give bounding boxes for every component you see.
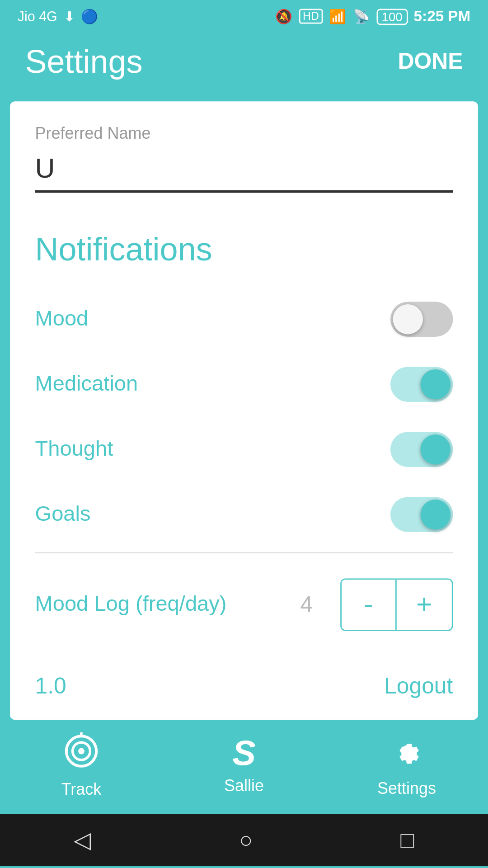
main-card: Preferred Name Notifications Mood Medica… bbox=[10, 101, 478, 720]
status-bar: Jio 4G ⬇ 🔵 🔕 HD 📶 📡 100 5:25 PM bbox=[0, 0, 488, 30]
thought-toggle-row: Thought bbox=[35, 417, 453, 482]
track-label: Track bbox=[61, 780, 102, 799]
card-footer: 1.0 Logout bbox=[10, 654, 478, 720]
usb-icon: 🔵 bbox=[81, 8, 99, 24]
mood-log-row: Mood Log (freq/day) 4 - + bbox=[35, 558, 453, 651]
status-right: 🔕 HD 📶 📡 100 5:25 PM bbox=[275, 8, 470, 25]
section-divider bbox=[35, 552, 453, 553]
goals-label: Goals bbox=[35, 502, 91, 527]
medication-toggle-row: Medication bbox=[35, 352, 453, 417]
track-icon bbox=[62, 732, 100, 775]
time-display: 5:25 PM bbox=[414, 8, 471, 25]
logout-button[interactable]: Logout bbox=[384, 674, 453, 700]
mood-toggle-row: Mood bbox=[35, 287, 453, 352]
done-button[interactable]: DONE bbox=[398, 49, 463, 75]
mood-label: Mood bbox=[35, 307, 89, 331]
preferred-name-section: Preferred Name bbox=[10, 101, 478, 210]
decrement-button[interactable]: - bbox=[342, 580, 397, 630]
mood-log-stepper: - + bbox=[340, 578, 453, 631]
android-nav-bar: ◁ ○ □ bbox=[0, 814, 488, 866]
back-button[interactable]: ◁ bbox=[74, 826, 91, 854]
bottom-nav: Track S Sallie Settings bbox=[0, 720, 488, 814]
preferred-name-label: Preferred Name bbox=[35, 124, 453, 143]
goals-toggle-row: Goals bbox=[35, 482, 453, 547]
recent-button[interactable]: □ bbox=[400, 827, 414, 853]
thought-toggle[interactable] bbox=[390, 432, 453, 467]
medication-toggle-thumb bbox=[420, 369, 450, 399]
home-button[interactable]: ○ bbox=[239, 827, 253, 853]
notifications-section: Notifications Mood Medication Thought bbox=[10, 210, 478, 653]
mood-log-value: 4 bbox=[288, 591, 325, 618]
version-text: 1.0 bbox=[35, 674, 66, 700]
mood-toggle-thumb bbox=[393, 304, 423, 334]
carrier-text: Jio 4G bbox=[18, 9, 57, 24]
download-icon: ⬇ bbox=[64, 8, 75, 24]
sallie-icon: S bbox=[232, 736, 256, 771]
mood-log-label: Mood Log (freq/day) bbox=[35, 592, 273, 617]
nav-item-sallie[interactable]: S Sallie bbox=[163, 736, 325, 795]
app-header: Settings DONE bbox=[0, 30, 488, 101]
nav-item-settings[interactable]: Settings bbox=[325, 734, 488, 797]
mute-icon: 🔕 bbox=[275, 8, 293, 24]
sallie-label: Sallie bbox=[224, 776, 264, 795]
settings-label: Settings bbox=[377, 778, 436, 797]
hd-badge: HD bbox=[299, 9, 323, 24]
page-title: Settings bbox=[25, 42, 142, 81]
medication-toggle[interactable] bbox=[390, 367, 453, 402]
status-left: Jio 4G ⬇ 🔵 bbox=[18, 8, 99, 24]
thought-label: Thought bbox=[35, 437, 113, 462]
notifications-title: Notifications bbox=[35, 231, 453, 269]
preferred-name-input[interactable] bbox=[35, 153, 453, 193]
goals-toggle-thumb bbox=[420, 500, 450, 529]
wifi-icon: 📶 bbox=[329, 8, 347, 24]
battery-icon: 100 bbox=[376, 8, 407, 24]
signal-icon: 📡 bbox=[353, 8, 371, 24]
nav-item-track[interactable]: Track bbox=[0, 732, 163, 799]
increment-button[interactable]: + bbox=[397, 580, 452, 630]
settings-icon bbox=[389, 734, 424, 774]
svg-point-2 bbox=[78, 748, 84, 755]
thought-toggle-thumb bbox=[420, 434, 450, 464]
mood-toggle[interactable] bbox=[390, 302, 453, 337]
medication-label: Medication bbox=[35, 372, 138, 396]
goals-toggle[interactable] bbox=[390, 497, 453, 532]
